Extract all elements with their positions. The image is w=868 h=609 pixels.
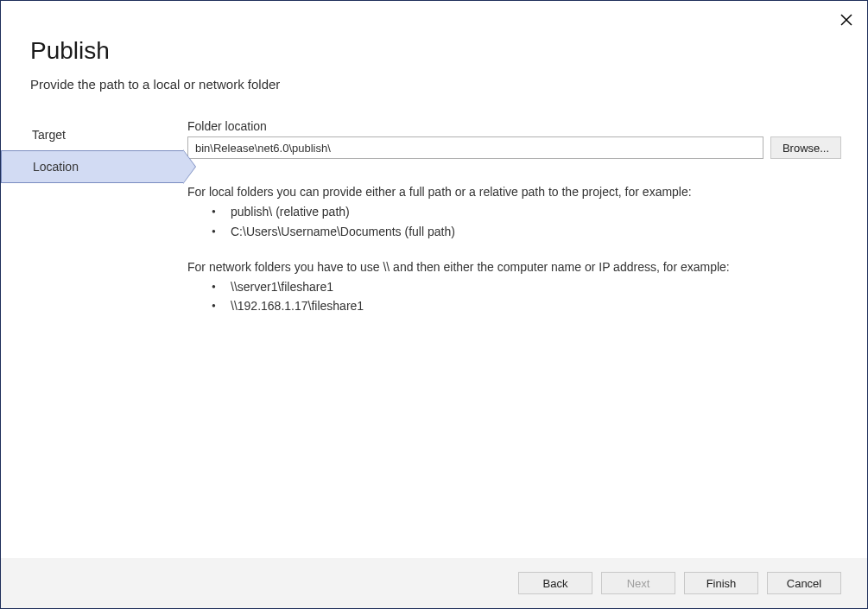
page-title: Publish [30,37,867,65]
close-button[interactable] [836,10,857,30]
help-local-intro: For local folders you can provide either… [187,183,841,200]
help-local-examples: publish\ (relative path) C:\Users\Userna… [187,202,841,241]
folder-location-input[interactable] [187,136,763,159]
help-text-block: For local folders you can provide either… [187,183,841,316]
sidebar-item-label: Location [33,160,79,174]
browse-button[interactable]: Browse... [770,136,841,159]
help-example-item: \\server1\fileshare1 [231,277,841,296]
folder-location-label: Folder location [187,119,841,133]
help-example-item: C:\Users\Username\Documents (full path) [231,222,841,241]
help-network-intro: For network folders you have to use \\ a… [187,258,841,276]
sidebar-item-location[interactable]: Location [1,150,183,183]
dialog-footer: Back Next Finish Cancel [1,558,867,608]
page-subtitle: Provide the path to a local or network f… [30,77,867,92]
help-example-item: publish\ (relative path) [231,202,841,221]
folder-location-row: Browse... [187,136,841,159]
close-icon [840,14,852,26]
main-panel: Folder location Browse... For local fold… [182,119,867,333]
sidebar-item-target[interactable]: Target [1,119,182,150]
sidebar-item-label: Target [32,128,66,142]
next-button: Next [601,572,675,594]
help-example-item: \\192.168.1.17\fileshare1 [231,296,841,315]
dialog-header: Publish Provide the path to a local or n… [1,1,867,92]
cancel-button[interactable]: Cancel [767,572,841,594]
help-network-examples: \\server1\fileshare1 \\192.168.1.17\file… [187,277,841,316]
back-button[interactable]: Back [518,572,592,594]
wizard-sidebar: Target Location [1,119,182,333]
finish-button[interactable]: Finish [684,572,758,594]
dialog-content: Target Location Folder location Browse..… [1,119,867,333]
